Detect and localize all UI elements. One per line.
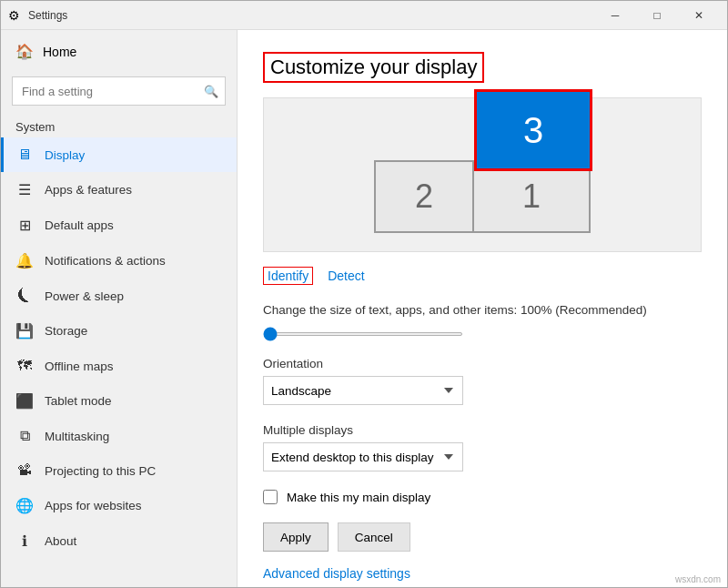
cancel-button[interactable]: Cancel [338, 522, 410, 552]
sidebar: 🏠 Home 🔍 System 🖥 Display ☰ Apps & featu… [1, 30, 238, 587]
sidebar-item-apps-features[interactable]: ☰ Apps & features [1, 172, 237, 208]
search-input[interactable] [12, 76, 226, 106]
button-row: Apply Cancel [263, 522, 702, 552]
notifications-icon: 🔔 [15, 252, 34, 269]
home-icon: 🏠 [15, 43, 34, 60]
close-button[interactable]: ✕ [678, 1, 720, 30]
sidebar-item-display[interactable]: 🖥 Display [1, 137, 237, 172]
sidebar-item-label: Notifications & actions [45, 254, 166, 268]
sidebar-item-label: Display [45, 148, 85, 162]
sidebar-item-notifications[interactable]: 🔔 Notifications & actions [1, 243, 237, 279]
scale-slider[interactable] [263, 332, 463, 336]
about-icon: ℹ [15, 532, 34, 550]
apps-websites-icon: 🌐 [15, 497, 34, 514]
multitasking-icon: ⧉ [15, 428, 34, 444]
titlebar-title: Settings [28, 9, 594, 22]
main-panel: Customize your display 3 2 1 [238, 30, 727, 587]
monitor-1-label: 1 [522, 177, 541, 216]
orientation-group: Orientation Landscape Portrait Landscape… [263, 357, 702, 405]
sidebar-item-label: Projecting to this PC [45, 464, 156, 478]
monitor-2-label: 2 [415, 177, 433, 216]
home-label: Home [43, 45, 76, 59]
apps-features-icon: ☰ [15, 181, 34, 198]
sidebar-item-power-sleep[interactable]: ⏾ Power & sleep [1, 279, 237, 313]
scale-section: Change the size of text, apps, and other… [263, 303, 702, 339]
sidebar-item-label: Power & sleep [45, 289, 124, 303]
default-apps-icon: ⊞ [15, 217, 34, 234]
advanced-display-link[interactable]: Advanced display settings [263, 566, 410, 581]
sidebar-item-default-apps[interactable]: ⊞ Default apps [1, 208, 237, 243]
sidebar-home[interactable]: 🏠 Home [1, 30, 237, 73]
sidebar-item-projecting[interactable]: 📽 Projecting to this PC [1, 453, 237, 488]
window-controls: ─ □ ✕ [594, 1, 720, 30]
sidebar-item-label: Tablet mode [45, 394, 112, 408]
identify-button[interactable]: Identify [263, 267, 313, 285]
orientation-select[interactable]: Landscape Portrait Landscape (flipped) P… [263, 376, 463, 405]
page-title: Customize your display [263, 52, 484, 83]
search-icon: 🔍 [204, 85, 218, 98]
multiple-displays-group: Multiple displays Extend desktop to this… [263, 423, 702, 471]
monitor-1[interactable]: 1 [472, 160, 591, 233]
multiple-displays-select[interactable]: Extend desktop to this display Duplicate… [263, 442, 463, 471]
search-box: 🔍 [12, 76, 226, 106]
monitor-3[interactable]: 3 [474, 89, 592, 171]
sidebar-item-label: Multitasking [45, 430, 109, 443]
sidebar-item-tablet-mode[interactable]: ⬛ Tablet mode [1, 383, 237, 419]
monitor-2[interactable]: 2 [374, 160, 474, 233]
sidebar-item-label: Offline maps [45, 360, 114, 373]
link-row: Identify Detect [263, 267, 702, 285]
sidebar-item-about[interactable]: ℹ About [1, 523, 237, 559]
storage-icon: 💾 [15, 322, 34, 340]
sidebar-item-label: Storage [45, 324, 87, 338]
offline-maps-icon: 🗺 [15, 358, 34, 374]
scale-label: Change the size of text, apps, and other… [263, 303, 702, 317]
detect-button[interactable]: Detect [328, 267, 364, 285]
projecting-icon: 📽 [15, 462, 34, 479]
orientation-label: Orientation [263, 357, 702, 370]
power-sleep-icon: ⏾ [15, 288, 34, 304]
multiple-displays-label: Multiple displays [263, 423, 702, 437]
apply-button[interactable]: Apply [263, 522, 329, 552]
minimize-button[interactable]: ─ [594, 1, 636, 30]
sidebar-section-label: System [1, 113, 237, 137]
sidebar-item-apps-websites[interactable]: 🌐 Apps for websites [1, 488, 237, 523]
make-main-checkbox[interactable] [263, 490, 278, 504]
make-main-row: Make this my main display [263, 490, 702, 504]
maximize-button[interactable]: □ [636, 1, 678, 30]
display-preview: 3 2 1 [263, 97, 702, 252]
sidebar-item-multitasking[interactable]: ⧉ Multitasking [1, 419, 237, 453]
display-icon: 🖥 [15, 147, 34, 163]
monitor-3-label: 3 [523, 110, 543, 151]
sidebar-item-label: Apps & features [45, 183, 132, 197]
make-main-label: Make this my main display [287, 491, 430, 504]
titlebar: ⚙ Settings ─ □ ✕ [1, 1, 727, 30]
settings-icon: ⚙ [8, 8, 23, 23]
tablet-mode-icon: ⬛ [15, 392, 34, 410]
sidebar-item-offline-maps[interactable]: 🗺 Offline maps [1, 349, 237, 383]
sidebar-item-label: About [45, 534, 76, 548]
sidebar-item-label: Apps for websites [45, 499, 142, 512]
sidebar-item-storage[interactable]: 💾 Storage [1, 313, 237, 349]
watermark: wsxdn.com [675, 574, 721, 584]
sidebar-item-label: Default apps [45, 218, 114, 232]
